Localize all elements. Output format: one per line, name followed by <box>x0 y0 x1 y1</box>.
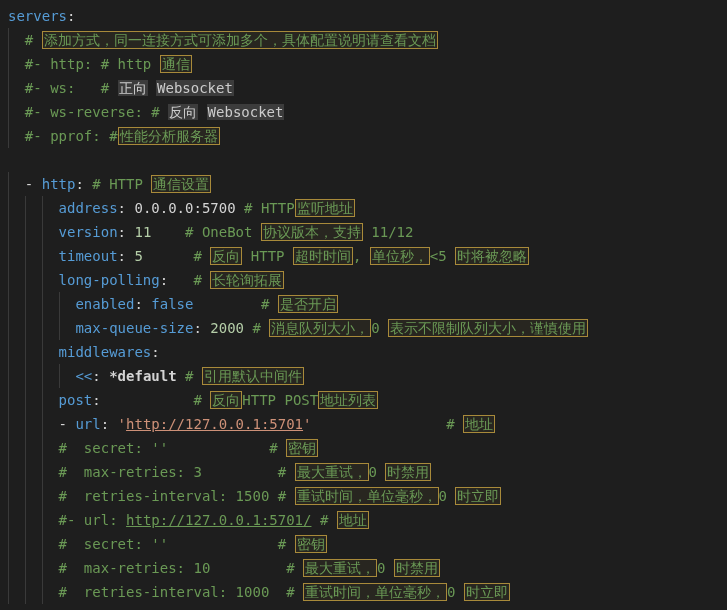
code-line: # 添加方式，同一连接方式可添加多个，具体配置说明请查看文档 <box>0 28 727 52</box>
code-line: <<: *default # 引用默认中间件 <box>0 364 727 388</box>
code-line: # secret: '' # 密钥 <box>0 436 727 460</box>
code-line: - http: # HTTP 通信设置 <box>0 172 727 196</box>
code-line: timeout: 5 # 反向 HTTP 超时时间, 单位秒，<5 时将被忽略 <box>0 244 727 268</box>
code-line: post: # 反向HTTP POST地址列表 <box>0 388 727 412</box>
code-line: version: 11 # OneBot 协议版本，支持 11/12 <box>0 220 727 244</box>
code-line: - url: 'http://127.0.0.1:5701' # 地址 <box>0 412 727 436</box>
code-line: # retries-interval: 1000 # 重试时间，单位毫秒，0 时… <box>0 580 727 604</box>
code-line: # retries-interval: 1500 # 重试时间，单位毫秒，0 时… <box>0 484 727 508</box>
code-line: #- ws: # 正向 Websocket <box>0 76 727 100</box>
code-line: address: 0.0.0.0:5700 # HTTP监听地址 <box>0 196 727 220</box>
yaml-key: servers <box>8 8 67 24</box>
code-line: long-polling: # 长轮询拓展 <box>0 268 727 292</box>
code-editor[interactable]: servers: # 添加方式，同一连接方式可添加多个，具体配置说明请查看文档 … <box>0 4 727 604</box>
code-line: #- ws-reverse: # 反向 Websocket <box>0 100 727 124</box>
code-line: # max-retries: 3 # 最大重试，0 时禁用 <box>0 460 727 484</box>
code-line: max-queue-size: 2000 # 消息队列大小，0 表示不限制队列大… <box>0 316 727 340</box>
code-line: servers: <box>0 4 727 28</box>
code-line: # secret: '' # 密钥 <box>0 532 727 556</box>
code-line: #- pprof: #性能分析服务器 <box>0 124 727 148</box>
code-line: #- url: http://127.0.0.1:5701/ # 地址 <box>0 508 727 532</box>
code-line <box>0 148 727 172</box>
code-line: enabled: false # 是否开启 <box>0 292 727 316</box>
code-line: middlewares: <box>0 340 727 364</box>
code-line: # max-retries: 10 # 最大重试，0 时禁用 <box>0 556 727 580</box>
code-line: #- http: # http 通信 <box>0 52 727 76</box>
